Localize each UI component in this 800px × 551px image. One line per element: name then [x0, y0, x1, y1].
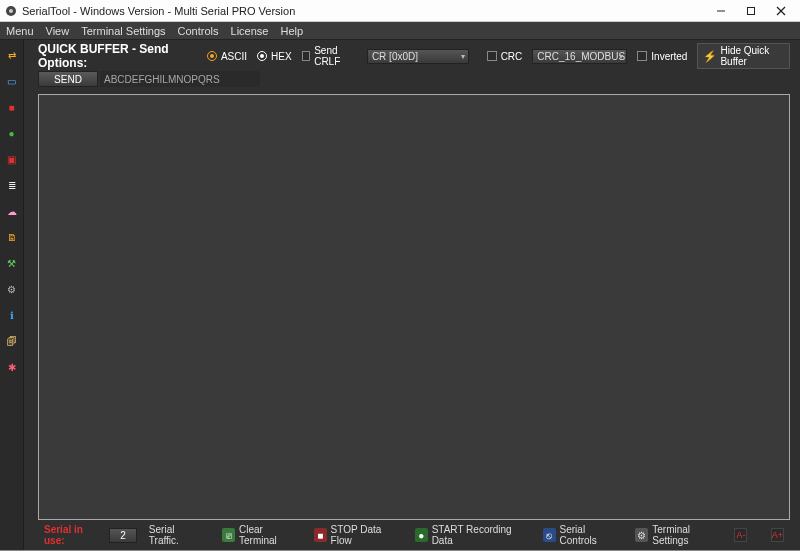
font-increase-label: A+	[772, 530, 783, 540]
checkbox-send-crlf[interactable]: Send CRLF	[302, 45, 357, 67]
font-decrease-label: A-	[736, 530, 745, 540]
content-area: QUICK BUFFER - Send Options: ASCII HEX S…	[24, 40, 800, 550]
clear-icon: ⎚	[222, 528, 235, 542]
menu-view[interactable]: View	[46, 25, 70, 37]
terminal-settings-button[interactable]: ⚙ Terminal Settings	[631, 523, 726, 547]
gear-icon: ⚙	[635, 528, 648, 542]
sb-layers-icon[interactable]: ≣	[3, 176, 21, 194]
terminal-output[interactable]	[41, 97, 787, 517]
quickbuffer-send-row: SEND ABCDEFGHILMNOPQRS	[38, 70, 790, 88]
window-titlebar: SerialTool - Windows Version - Multi Ser…	[0, 0, 800, 22]
serial-port-value-text: 2	[120, 530, 126, 541]
font-increase-button[interactable]: A+	[771, 528, 784, 542]
sb-chat-icon[interactable]: ☁	[3, 202, 21, 220]
hide-quick-buffer-button[interactable]: ⚡ Hide Quick Buffer	[697, 43, 790, 69]
menu-terminal-settings[interactable]: Terminal Settings	[81, 25, 165, 37]
start-recording-label: START Recording Data	[432, 524, 527, 546]
clear-terminal-button[interactable]: ⎚ Clear Terminal	[218, 523, 302, 547]
radio-hex-label: HEX	[271, 51, 292, 62]
window-maximize-button[interactable]	[736, 1, 766, 21]
sb-globe-icon[interactable]: ✱	[3, 358, 21, 376]
radio-ascii-label: ASCII	[221, 51, 247, 62]
checkbox-icon	[302, 51, 311, 61]
lightning-icon: ⚡	[704, 50, 716, 62]
select-crc[interactable]: CRC_16_MODBUS	[532, 49, 627, 64]
stop-data-flow-label: STOP Data Flow	[331, 524, 399, 546]
send-button-label: SEND	[54, 74, 82, 85]
quickbuffer-options: QUICK BUFFER - Send Options: ASCII HEX S…	[38, 46, 790, 66]
main-area: ⇄▭■●▣≣☁🗎⚒⚙ℹ🗐✱ QUICK BUFFER - Send Option…	[0, 40, 800, 550]
buffer-input-text: ABCDEFGHILMNOPQRS	[104, 74, 220, 85]
sb-info-icon[interactable]: ℹ	[3, 306, 21, 324]
menu-menu[interactable]: Menu	[6, 25, 34, 37]
sb-record-icon[interactable]: ■	[3, 98, 21, 116]
window-minimize-button[interactable]	[706, 1, 736, 21]
stop-icon: ■	[314, 528, 327, 542]
sb-play-icon[interactable]: ●	[3, 124, 21, 142]
checkbox-crc-label: CRC	[501, 51, 523, 62]
quickbuffer-heading: QUICK BUFFER - Send Options:	[38, 42, 191, 70]
serial-in-use-label: Serial in use:	[44, 524, 101, 546]
svg-point-1	[9, 9, 13, 13]
serial-traffic-label: Serial Traffic.	[149, 524, 202, 546]
window-close-button[interactable]	[766, 1, 796, 21]
radio-dot-icon	[257, 51, 267, 61]
send-button[interactable]: SEND	[38, 71, 98, 87]
serial-controls-label: Serial Controls	[560, 524, 620, 546]
sb-stop-icon[interactable]: ▣	[3, 150, 21, 168]
radio-ascii[interactable]: ASCII	[207, 51, 247, 62]
buffer-input[interactable]: ABCDEFGHILMNOPQRS	[100, 71, 260, 87]
checkbox-send-crlf-label: Send CRLF	[314, 45, 357, 67]
select-crc-value: CRC_16_MODBUS	[537, 51, 625, 62]
controls-icon: ⎋	[543, 528, 556, 542]
checkbox-inverted[interactable]: Inverted	[637, 51, 687, 62]
sb-doc-icon[interactable]: 🗐	[3, 332, 21, 350]
record-icon: ●	[415, 528, 428, 542]
checkbox-icon	[487, 51, 497, 61]
serial-port-value[interactable]: 2	[109, 528, 137, 543]
app-icon	[4, 4, 18, 18]
select-eol-value: CR [0x0D]	[372, 51, 418, 62]
sb-terminal-icon[interactable]: ▭	[3, 72, 21, 90]
terminal-settings-label: Terminal Settings	[652, 524, 722, 546]
stop-data-flow-button[interactable]: ■ STOP Data Flow	[310, 523, 403, 547]
terminal-panel	[38, 94, 790, 520]
menu-help[interactable]: Help	[280, 25, 303, 37]
serial-controls-button[interactable]: ⎋ Serial Controls	[539, 523, 624, 547]
svg-rect-3	[748, 7, 755, 14]
sb-script-icon[interactable]: 🗎	[3, 228, 21, 246]
statusbar: Serial in use: 2 Serial Traffic. ⎚ Clear…	[38, 524, 790, 546]
sb-tools-icon[interactable]: ⚒	[3, 254, 21, 272]
menubar: Menu View Terminal Settings Controls Lic…	[0, 22, 800, 40]
menu-controls[interactable]: Controls	[178, 25, 219, 37]
sb-settings-icon[interactable]: ⚙	[3, 280, 21, 298]
select-eol[interactable]: CR [0x0D]	[367, 49, 469, 64]
start-recording-button[interactable]: ● START Recording Data	[411, 523, 531, 547]
sb-connect-icon[interactable]: ⇄	[3, 46, 21, 64]
checkbox-inverted-label: Inverted	[651, 51, 687, 62]
font-decrease-button[interactable]: A-	[734, 528, 747, 542]
hide-quick-buffer-label: Hide Quick Buffer	[720, 45, 783, 67]
radio-hex[interactable]: HEX	[257, 51, 292, 62]
menu-license[interactable]: License	[231, 25, 269, 37]
checkbox-crc[interactable]: CRC	[487, 51, 523, 62]
window-title: SerialTool - Windows Version - Multi Ser…	[22, 5, 295, 17]
left-sidebar: ⇄▭■●▣≣☁🗎⚒⚙ℹ🗐✱	[0, 40, 24, 550]
clear-terminal-label: Clear Terminal	[239, 524, 298, 546]
radio-dot-icon	[207, 51, 217, 61]
checkbox-icon	[637, 51, 647, 61]
